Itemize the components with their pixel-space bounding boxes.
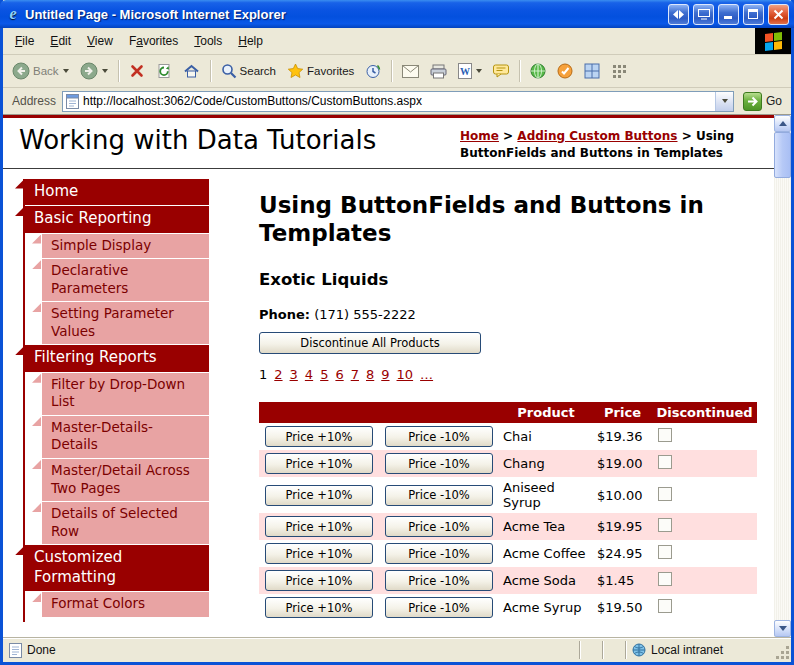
price-down-button[interactable]: Price -10%	[385, 485, 493, 506]
search-button[interactable]: Search	[216, 60, 281, 82]
product-price-cell: $19.00	[593, 450, 652, 477]
scrollbar-thumb[interactable]	[774, 132, 791, 178]
go-button[interactable]: Go	[740, 91, 785, 112]
pager-link[interactable]: 3	[290, 367, 298, 382]
price-up-button[interactable]: Price +10%	[265, 516, 373, 537]
price-down-cell: Price -10%	[379, 477, 499, 513]
breadcrumb-link[interactable]: Home	[460, 129, 499, 143]
discuss-button[interactable]	[488, 61, 514, 81]
breadcrumb-link[interactable]: Adding Custom Buttons	[517, 129, 677, 143]
favorites-star-icon	[287, 63, 304, 79]
minimize-button[interactable]	[718, 4, 739, 25]
window-title: Untitled Page - Microsoft Internet Explo…	[25, 7, 664, 22]
discontinued-cell	[652, 567, 757, 594]
discontinued-cell	[652, 450, 757, 477]
favorites-button[interactable]: Favorites	[282, 60, 359, 82]
price-down-button[interactable]: Price -10%	[385, 516, 493, 537]
price-down-button[interactable]: Price -10%	[385, 570, 493, 591]
sidebar-item[interactable]: Declarative Parameters	[42, 259, 209, 301]
sidebar-item[interactable]: Simple Display	[42, 234, 209, 259]
menu-item-file[interactable]: File	[7, 31, 42, 51]
price-up-button[interactable]: Price +10%	[265, 570, 373, 591]
print-button[interactable]	[425, 61, 452, 82]
price-down-button[interactable]: Price -10%	[385, 426, 493, 447]
browser-viewport: Working with Data Tutorials Home > Addin…	[3, 115, 791, 637]
price-down-cell: Price -10%	[379, 513, 499, 540]
menu-item-favorites[interactable]: Favorites	[121, 31, 186, 51]
pager-link[interactable]: 4	[305, 367, 313, 382]
back-button[interactable]: Back	[7, 59, 74, 83]
sidebar-item[interactable]: Format Colors	[42, 592, 209, 617]
price-up-button[interactable]: Price +10%	[265, 485, 373, 506]
pager-link[interactable]: 6	[335, 367, 343, 382]
page-header: Working with Data Tutorials Home > Addin…	[3, 118, 774, 169]
scrollbar-track[interactable]	[774, 178, 791, 620]
nav-arrows-button[interactable]	[668, 4, 689, 25]
sidebar-item[interactable]: Filter by Drop-Down List	[42, 373, 209, 415]
price-up-button[interactable]: Price +10%	[265, 543, 373, 564]
maximize-button[interactable]	[743, 4, 764, 25]
sidebar-item[interactable]: Master/Detail Across Two Pages	[42, 459, 209, 501]
scroll-up-button[interactable]	[774, 115, 791, 132]
price-down-button[interactable]: Price -10%	[385, 543, 493, 564]
price-up-button[interactable]: Price +10%	[265, 453, 373, 474]
vertical-scrollbar[interactable]	[774, 115, 791, 637]
messenger-button[interactable]	[552, 60, 578, 82]
main-content: Using ButtonFields and Buttons in Templa…	[259, 179, 749, 622]
history-icon	[365, 63, 381, 79]
price-up-button[interactable]: Price +10%	[265, 426, 373, 447]
addon-grid-button[interactable]	[579, 60, 605, 82]
ie-logo-icon: e	[5, 5, 21, 23]
close-button[interactable]	[768, 4, 789, 25]
stop-button[interactable]	[124, 60, 150, 82]
mail-icon	[402, 65, 419, 78]
sidebar-item[interactable]: Master-Details- Details	[42, 416, 209, 458]
status-message: Done	[3, 643, 579, 658]
resize-grip[interactable]	[775, 638, 791, 662]
product-row: Price +10%Price -10%Acme Syrup$19.50	[259, 594, 757, 621]
product-name-cell: Acme Soda	[499, 567, 593, 594]
sidebar-item[interactable]: Details of Selected Row	[42, 502, 209, 544]
pager-link[interactable]: 9	[381, 367, 389, 382]
home-button[interactable]	[178, 60, 205, 82]
research-button[interactable]	[525, 60, 551, 82]
addon-snippet-button[interactable]	[606, 60, 632, 82]
address-dropdown-button[interactable]	[715, 92, 733, 111]
menu-item-edit[interactable]: Edit	[42, 31, 79, 51]
price-down-button[interactable]: Price -10%	[385, 597, 493, 618]
sidebar-item[interactable]: Basic Reporting	[25, 206, 209, 233]
pager-link[interactable]: 8	[366, 367, 374, 382]
sidebar-item[interactable]: Filtering Reports	[25, 345, 209, 372]
pager: 12345678910…	[259, 367, 749, 382]
edit-button[interactable]: W	[453, 60, 487, 82]
maximize-icon	[748, 9, 759, 19]
menu-item-view[interactable]: View	[79, 31, 121, 51]
sidebar-item[interactable]: Setting Parameter Values	[42, 302, 209, 344]
pager-link[interactable]: 2	[274, 367, 282, 382]
refresh-button[interactable]	[151, 60, 177, 82]
pager-link[interactable]: 10	[397, 367, 414, 382]
scroll-down-button[interactable]	[774, 620, 791, 637]
pager-link[interactable]: 7	[351, 367, 359, 382]
discontinued-checkbox	[658, 599, 672, 613]
pager-link[interactable]: 5	[320, 367, 328, 382]
security-zone: Local intranet	[625, 641, 775, 659]
globe-icon	[530, 63, 546, 79]
price-up-button[interactable]: Price +10%	[265, 597, 373, 618]
price-down-button[interactable]: Price -10%	[385, 453, 493, 474]
pager-link[interactable]: …	[420, 367, 433, 382]
forward-button[interactable]	[75, 59, 113, 83]
menu-item-help[interactable]: Help	[230, 31, 271, 51]
mail-button[interactable]	[397, 62, 424, 81]
address-input[interactable]: http://localhost:3062/Code/CustomButtons…	[62, 91, 734, 112]
screen-button[interactable]	[693, 4, 714, 25]
history-button[interactable]	[360, 60, 386, 82]
go-arrow-icon	[743, 92, 762, 111]
price-down-cell: Price -10%	[379, 423, 499, 450]
menu-item-tools[interactable]: Tools	[186, 31, 230, 51]
sidebar-item[interactable]: Customized Formatting	[25, 545, 209, 591]
sidebar-item[interactable]: Home	[25, 179, 209, 206]
product-name-cell: Acme Tea	[499, 513, 593, 540]
discontinue-all-button[interactable]: Discontinue All Products	[259, 332, 481, 354]
refresh-icon	[156, 63, 172, 79]
